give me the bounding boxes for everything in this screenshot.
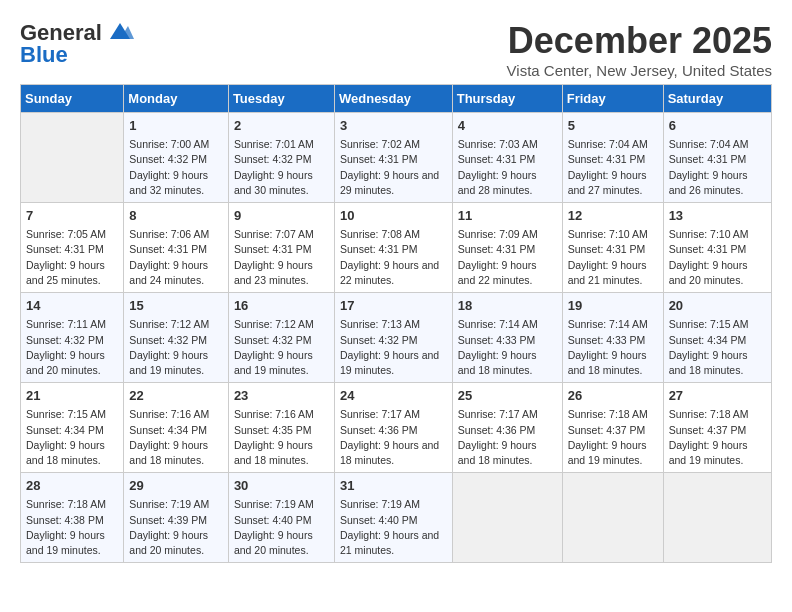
calendar-cell: 3Sunrise: 7:02 AMSunset: 4:31 PMDaylight… <box>334 113 452 203</box>
calendar-cell: 15Sunrise: 7:12 AMSunset: 4:32 PMDayligh… <box>124 293 229 383</box>
day-header-wednesday: Wednesday <box>334 85 452 113</box>
calendar-cell: 23Sunrise: 7:16 AMSunset: 4:35 PMDayligh… <box>228 383 334 473</box>
calendar-cell: 12Sunrise: 7:10 AMSunset: 4:31 PMDayligh… <box>562 203 663 293</box>
cell-content: Sunrise: 7:04 AMSunset: 4:31 PMDaylight:… <box>669 138 749 196</box>
cell-content: Sunrise: 7:16 AMSunset: 4:35 PMDaylight:… <box>234 408 314 466</box>
calendar-body: 1Sunrise: 7:00 AMSunset: 4:32 PMDaylight… <box>21 113 772 563</box>
calendar-week-row: 7Sunrise: 7:05 AMSunset: 4:31 PMDaylight… <box>21 203 772 293</box>
cell-content: Sunrise: 7:13 AMSunset: 4:32 PMDaylight:… <box>340 318 439 376</box>
cell-content: Sunrise: 7:03 AMSunset: 4:31 PMDaylight:… <box>458 138 538 196</box>
day-number: 27 <box>669 387 766 405</box>
calendar-cell: 21Sunrise: 7:15 AMSunset: 4:34 PMDayligh… <box>21 383 124 473</box>
calendar-cell: 20Sunrise: 7:15 AMSunset: 4:34 PMDayligh… <box>663 293 771 383</box>
calendar-cell: 7Sunrise: 7:05 AMSunset: 4:31 PMDaylight… <box>21 203 124 293</box>
cell-content: Sunrise: 7:11 AMSunset: 4:32 PMDaylight:… <box>26 318 106 376</box>
calendar-cell: 27Sunrise: 7:18 AMSunset: 4:37 PMDayligh… <box>663 383 771 473</box>
day-number: 9 <box>234 207 329 225</box>
cell-content: Sunrise: 7:18 AMSunset: 4:37 PMDaylight:… <box>568 408 648 466</box>
calendar-cell: 17Sunrise: 7:13 AMSunset: 4:32 PMDayligh… <box>334 293 452 383</box>
calendar-cell: 26Sunrise: 7:18 AMSunset: 4:37 PMDayligh… <box>562 383 663 473</box>
calendar-header-row: SundayMondayTuesdayWednesdayThursdayFrid… <box>21 85 772 113</box>
calendar-cell: 5Sunrise: 7:04 AMSunset: 4:31 PMDaylight… <box>562 113 663 203</box>
cell-content: Sunrise: 7:18 AMSunset: 4:37 PMDaylight:… <box>669 408 749 466</box>
cell-content: Sunrise: 7:08 AMSunset: 4:31 PMDaylight:… <box>340 228 439 286</box>
day-number: 24 <box>340 387 447 405</box>
calendar-cell: 22Sunrise: 7:16 AMSunset: 4:34 PMDayligh… <box>124 383 229 473</box>
cell-content: Sunrise: 7:19 AMSunset: 4:40 PMDaylight:… <box>340 498 439 556</box>
cell-content: Sunrise: 7:07 AMSunset: 4:31 PMDaylight:… <box>234 228 314 286</box>
calendar-cell: 19Sunrise: 7:14 AMSunset: 4:33 PMDayligh… <box>562 293 663 383</box>
day-number: 22 <box>129 387 223 405</box>
month-title: December 2025 <box>507 20 772 62</box>
day-number: 25 <box>458 387 557 405</box>
calendar-cell <box>21 113 124 203</box>
day-number: 21 <box>26 387 118 405</box>
day-number: 15 <box>129 297 223 315</box>
calendar-cell: 16Sunrise: 7:12 AMSunset: 4:32 PMDayligh… <box>228 293 334 383</box>
day-number: 4 <box>458 117 557 135</box>
logo-icon <box>106 21 134 43</box>
day-number: 31 <box>340 477 447 495</box>
calendar-cell: 1Sunrise: 7:00 AMSunset: 4:32 PMDaylight… <box>124 113 229 203</box>
cell-content: Sunrise: 7:12 AMSunset: 4:32 PMDaylight:… <box>234 318 314 376</box>
cell-content: Sunrise: 7:14 AMSunset: 4:33 PMDaylight:… <box>458 318 538 376</box>
calendar-cell <box>663 473 771 563</box>
day-number: 17 <box>340 297 447 315</box>
day-number: 5 <box>568 117 658 135</box>
cell-content: Sunrise: 7:10 AMSunset: 4:31 PMDaylight:… <box>669 228 749 286</box>
day-number: 29 <box>129 477 223 495</box>
cell-content: Sunrise: 7:04 AMSunset: 4:31 PMDaylight:… <box>568 138 648 196</box>
cell-content: Sunrise: 7:06 AMSunset: 4:31 PMDaylight:… <box>129 228 209 286</box>
day-number: 30 <box>234 477 329 495</box>
day-number: 19 <box>568 297 658 315</box>
day-number: 20 <box>669 297 766 315</box>
day-header-monday: Monday <box>124 85 229 113</box>
cell-content: Sunrise: 7:01 AMSunset: 4:32 PMDaylight:… <box>234 138 314 196</box>
day-header-saturday: Saturday <box>663 85 771 113</box>
page-header: General Blue December 2025 Vista Center,… <box>10 10 782 84</box>
title-section: December 2025 Vista Center, New Jersey, … <box>507 20 772 79</box>
calendar-cell: 14Sunrise: 7:11 AMSunset: 4:32 PMDayligh… <box>21 293 124 383</box>
day-header-tuesday: Tuesday <box>228 85 334 113</box>
calendar-cell: 18Sunrise: 7:14 AMSunset: 4:33 PMDayligh… <box>452 293 562 383</box>
calendar-week-row: 28Sunrise: 7:18 AMSunset: 4:38 PMDayligh… <box>21 473 772 563</box>
cell-content: Sunrise: 7:02 AMSunset: 4:31 PMDaylight:… <box>340 138 439 196</box>
day-number: 23 <box>234 387 329 405</box>
day-number: 10 <box>340 207 447 225</box>
calendar-cell: 28Sunrise: 7:18 AMSunset: 4:38 PMDayligh… <box>21 473 124 563</box>
cell-content: Sunrise: 7:15 AMSunset: 4:34 PMDaylight:… <box>26 408 106 466</box>
cell-content: Sunrise: 7:00 AMSunset: 4:32 PMDaylight:… <box>129 138 209 196</box>
cell-content: Sunrise: 7:12 AMSunset: 4:32 PMDaylight:… <box>129 318 209 376</box>
calendar-cell <box>562 473 663 563</box>
day-number: 13 <box>669 207 766 225</box>
calendar-cell: 25Sunrise: 7:17 AMSunset: 4:36 PMDayligh… <box>452 383 562 473</box>
cell-content: Sunrise: 7:14 AMSunset: 4:33 PMDaylight:… <box>568 318 648 376</box>
cell-content: Sunrise: 7:19 AMSunset: 4:40 PMDaylight:… <box>234 498 314 556</box>
calendar-cell: 9Sunrise: 7:07 AMSunset: 4:31 PMDaylight… <box>228 203 334 293</box>
calendar-cell: 11Sunrise: 7:09 AMSunset: 4:31 PMDayligh… <box>452 203 562 293</box>
day-number: 16 <box>234 297 329 315</box>
calendar-week-row: 21Sunrise: 7:15 AMSunset: 4:34 PMDayligh… <box>21 383 772 473</box>
calendar-cell: 31Sunrise: 7:19 AMSunset: 4:40 PMDayligh… <box>334 473 452 563</box>
day-header-thursday: Thursday <box>452 85 562 113</box>
day-number: 12 <box>568 207 658 225</box>
day-number: 7 <box>26 207 118 225</box>
cell-content: Sunrise: 7:19 AMSunset: 4:39 PMDaylight:… <box>129 498 209 556</box>
calendar-table: SundayMondayTuesdayWednesdayThursdayFrid… <box>20 84 772 563</box>
cell-content: Sunrise: 7:18 AMSunset: 4:38 PMDaylight:… <box>26 498 106 556</box>
location: Vista Center, New Jersey, United States <box>507 62 772 79</box>
cell-content: Sunrise: 7:16 AMSunset: 4:34 PMDaylight:… <box>129 408 209 466</box>
cell-content: Sunrise: 7:05 AMSunset: 4:31 PMDaylight:… <box>26 228 106 286</box>
calendar-cell: 8Sunrise: 7:06 AMSunset: 4:31 PMDaylight… <box>124 203 229 293</box>
cell-content: Sunrise: 7:09 AMSunset: 4:31 PMDaylight:… <box>458 228 538 286</box>
day-number: 1 <box>129 117 223 135</box>
calendar-week-row: 1Sunrise: 7:00 AMSunset: 4:32 PMDaylight… <box>21 113 772 203</box>
calendar-cell: 24Sunrise: 7:17 AMSunset: 4:36 PMDayligh… <box>334 383 452 473</box>
cell-content: Sunrise: 7:15 AMSunset: 4:34 PMDaylight:… <box>669 318 749 376</box>
calendar-week-row: 14Sunrise: 7:11 AMSunset: 4:32 PMDayligh… <box>21 293 772 383</box>
day-number: 6 <box>669 117 766 135</box>
day-number: 11 <box>458 207 557 225</box>
calendar-cell: 6Sunrise: 7:04 AMSunset: 4:31 PMDaylight… <box>663 113 771 203</box>
day-number: 8 <box>129 207 223 225</box>
calendar-cell: 13Sunrise: 7:10 AMSunset: 4:31 PMDayligh… <box>663 203 771 293</box>
